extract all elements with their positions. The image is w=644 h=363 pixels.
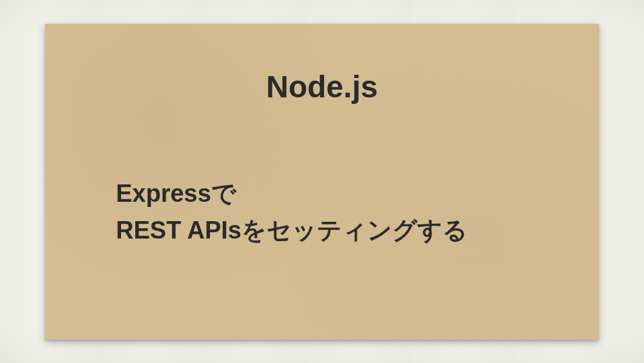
slide-title: Node.js <box>97 69 547 104</box>
slide-card: Node.js Expressで REST APIsをセッティングする <box>45 24 599 340</box>
subtitle-line-2: REST APIsをセッティングする <box>116 212 547 249</box>
slide-subtitle: Expressで REST APIsをセッティングする <box>97 175 547 249</box>
subtitle-line-1: Expressで <box>116 175 547 212</box>
